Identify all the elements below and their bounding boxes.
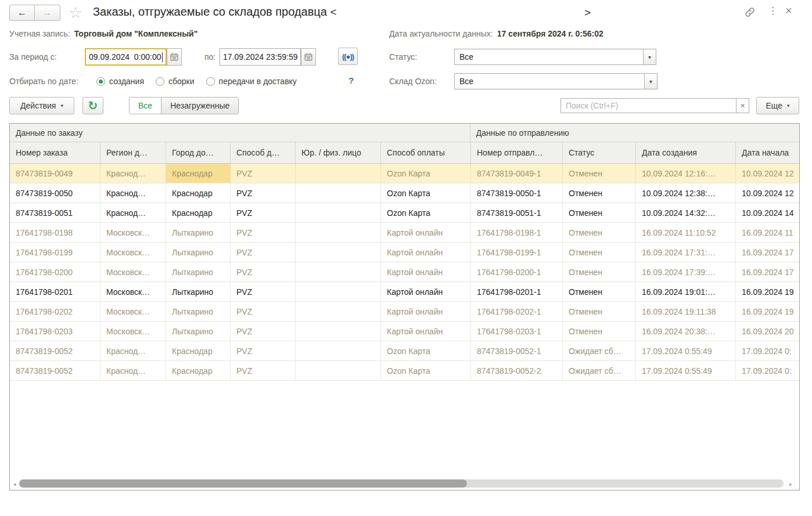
table-cell[interactable]: 17.09.2024 0:55:49 [636, 361, 736, 380]
table-cell[interactable]: 87473819-0050 [10, 183, 100, 203]
table-cell[interactable]: Краснодар [166, 164, 231, 183]
table-cell[interactable] [296, 164, 381, 183]
table-cell[interactable]: Отменен [563, 243, 636, 262]
table-cell[interactable]: Краснод… [100, 183, 166, 203]
table-cell[interactable]: 16.09.2024 20:38:… [636, 322, 736, 341]
column-header[interactable]: Номер заказа [10, 142, 100, 163]
table-cell[interactable]: 17641798-0203-1 [471, 322, 563, 341]
scroll-right-icon[interactable]: ▸ [789, 481, 792, 487]
table-cell[interactable]: 10.09.2024 12 [736, 183, 800, 203]
table-cell[interactable] [296, 302, 381, 321]
get-link-icon[interactable] [744, 6, 756, 20]
table-cell[interactable]: Отменен [563, 183, 636, 203]
more-button[interactable]: Еще ▾ [756, 97, 799, 114]
column-header[interactable]: Юр. / физ. лицо [296, 142, 381, 163]
table-cell[interactable]: 16.09.2024 19 [736, 282, 800, 301]
scrollbar-track[interactable] [19, 479, 784, 488]
table-cell[interactable]: 17641798-0198 [10, 223, 100, 242]
table-cell[interactable]: 17.09.2024 0: [736, 341, 800, 360]
table-cell[interactable]: Московск… [100, 262, 166, 282]
table-cell[interactable]: Картой онлайн [381, 322, 471, 341]
warehouse-dropdown[interactable]: Все ▾ [454, 73, 657, 89]
table-cell[interactable]: Московск… [100, 243, 166, 262]
table-cell[interactable] [296, 341, 381, 360]
scroll-left-icon[interactable]: ◂ [13, 481, 16, 487]
table-cell[interactable]: Лыткарино [166, 243, 231, 262]
table-cell[interactable]: 10.09.2024 14 [736, 203, 800, 222]
table-cell[interactable]: 16.09.2024 17:31:… [636, 243, 736, 262]
table-cell[interactable] [296, 183, 381, 203]
table-cell[interactable]: 17641798-0201 [10, 282, 100, 301]
table-cell[interactable]: 17641798-0200 [10, 262, 100, 282]
table-row[interactable]: 17641798-0202Московск…ЛыткариноPVZКартой… [10, 302, 799, 322]
title-scroll-left[interactable]: < [330, 6, 336, 18]
table-cell[interactable]: Ozon Карта [381, 341, 471, 360]
help-icon[interactable]: ? [348, 75, 354, 85]
table-cell[interactable]: Отменен [563, 322, 636, 341]
table-cell[interactable]: Московск… [100, 282, 166, 301]
status-dropdown[interactable]: Все ▾ [454, 49, 656, 65]
column-header[interactable]: Город до… [166, 142, 231, 163]
table-cell[interactable]: 16.09.2024 17 [736, 262, 800, 282]
table-cell[interactable]: 87473819-0049 [10, 164, 100, 183]
table-cell[interactable]: Ожидает сб… [563, 341, 636, 360]
table-cell[interactable]: 16.09.2024 19:11:38 [636, 302, 736, 321]
table-cell[interactable]: 16.09.2024 11 [736, 223, 800, 242]
table-cell[interactable]: Краснодар [166, 183, 231, 203]
table-cell[interactable]: 17641798-0202 [10, 302, 100, 321]
table-cell[interactable]: 10.09.2024 14:32:… [636, 203, 736, 222]
table-cell[interactable] [296, 361, 381, 380]
segment-unloaded[interactable]: Незагруженные [161, 98, 238, 114]
table-cell[interactable]: 87473819-0052 [10, 361, 100, 380]
table-row[interactable]: 17641798-0198Московск…ЛыткариноPVZКартой… [10, 223, 799, 243]
table-cell[interactable]: Отменен [563, 282, 636, 301]
table-cell[interactable]: 87473819-0051-1 [471, 203, 563, 222]
table-cell[interactable]: 87473819-0052-2 [471, 361, 563, 380]
radio-assembly[interactable]: сборки [156, 77, 195, 86]
table-row[interactable]: 87473819-0051Краснод…КраснодарPVZOzon Ка… [10, 203, 799, 223]
table-cell[interactable]: Лыткарино [166, 262, 231, 282]
table-cell[interactable]: PVZ [231, 282, 296, 301]
table-cell[interactable] [296, 203, 381, 222]
table-cell[interactable]: Ozon Карта [381, 164, 471, 183]
table-row[interactable]: 17641798-0203Московск…ЛыткариноPVZКартой… [10, 322, 799, 341]
table-cell[interactable]: Лыткарино [166, 322, 231, 341]
table-cell[interactable]: Картой онлайн [381, 282, 471, 301]
table-row[interactable]: 87473819-0052Краснод…КраснодарPVZOzon Ка… [10, 341, 799, 361]
table-cell[interactable] [296, 282, 381, 301]
column-header[interactable]: Способ д… [231, 142, 296, 163]
table-cell[interactable]: PVZ [231, 223, 296, 242]
more-menu-icon[interactable]: ⋮ [768, 5, 778, 17]
table-cell[interactable]: Краснод… [100, 164, 166, 183]
table-cell[interactable]: 87473819-0050-1 [471, 183, 563, 203]
table-cell[interactable]: 10.09.2024 12:16:… [636, 164, 736, 183]
table-cell[interactable]: 17641798-0198-1 [471, 223, 563, 242]
table-cell[interactable]: 10.09.2024 12 [736, 164, 800, 183]
column-header[interactable]: Регион д… [100, 142, 166, 163]
table-cell[interactable]: Ozon Карта [381, 183, 471, 203]
column-header[interactable]: Способ оплаты [381, 142, 471, 163]
table-cell[interactable]: Отменен [563, 302, 636, 321]
table-row[interactable]: 87473819-0052Краснод…КраснодарPVZOzon Ка… [10, 361, 799, 381]
table-cell[interactable]: PVZ [231, 341, 296, 360]
table-row[interactable]: 87473819-0049Краснод…КраснодарPVZOzon Ка… [10, 164, 799, 183]
segment-all[interactable]: Все [130, 98, 161, 114]
table-cell[interactable]: Краснодар [166, 341, 231, 360]
table-cell[interactable]: 17641798-0203 [10, 322, 100, 341]
scrollbar-thumb[interactable] [19, 479, 467, 488]
table-cell[interactable]: Краснод… [100, 341, 166, 360]
table-cell[interactable]: PVZ [231, 322, 296, 341]
table-cell[interactable]: Отменен [563, 203, 636, 222]
table-cell[interactable]: 17.09.2024 0: [736, 361, 800, 380]
table-cell[interactable]: PVZ [231, 203, 296, 222]
table-cell[interactable]: Ozon Карта [381, 203, 471, 222]
table-cell[interactable]: 17641798-0201-1 [471, 282, 563, 301]
actions-button[interactable]: Действия ▾ [9, 97, 74, 114]
table-row[interactable]: 17641798-0201Московск…ЛыткариноPVZКартой… [10, 282, 799, 302]
forward-button[interactable]: → [35, 5, 60, 21]
table-cell[interactable] [296, 223, 381, 242]
title-scroll-right[interactable]: > [584, 6, 591, 19]
table-cell[interactable]: Лыткарино [166, 282, 231, 301]
horizontal-scrollbar[interactable]: ◂ ▸ [10, 479, 799, 488]
radio-handover[interactable]: передачи в доставку [206, 77, 297, 86]
